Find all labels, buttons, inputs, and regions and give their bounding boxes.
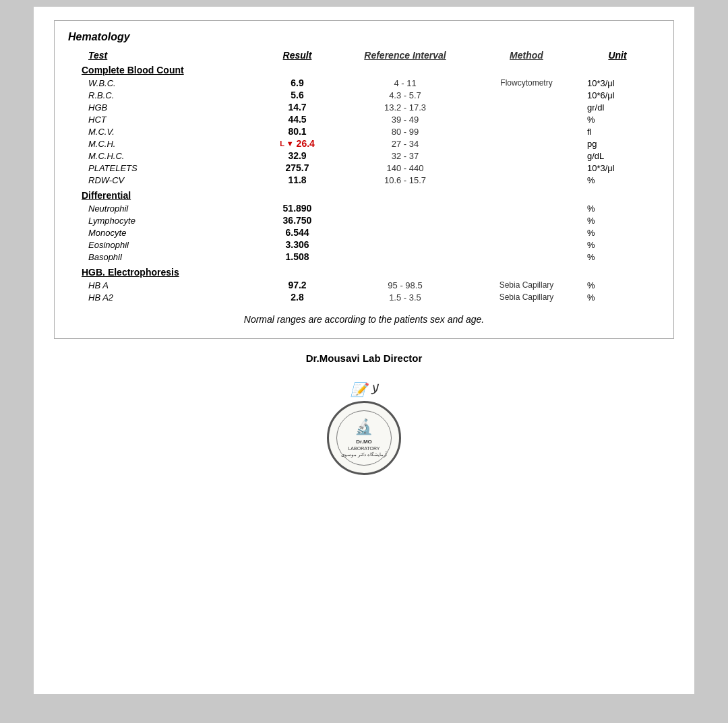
- stamp-text-persian: آزمایشگاه دکتر موسوی: [341, 451, 387, 458]
- test-name: HGB: [68, 102, 257, 113]
- test-result: 6.544: [257, 227, 338, 238]
- result-value: 1.508: [285, 251, 309, 262]
- reference-range: 27 - 34: [338, 139, 473, 149]
- test-unit: %: [580, 216, 648, 226]
- test-name: Basophil: [68, 252, 257, 262]
- table-body: Complete Blood CountW.B.C.6.94 - 11Flowc…: [68, 65, 660, 303]
- test-result: 3.306: [257, 239, 338, 250]
- director-section: Dr.Mousavi Lab Director 📝 ﻻ 🔬 Dr.MO LABO…: [54, 352, 674, 475]
- flag-indicator: L ▼: [280, 139, 293, 148]
- result-value: 275.7: [285, 162, 309, 173]
- stamp-text-dr: Dr.MO: [341, 439, 387, 445]
- test-unit: %: [580, 240, 648, 250]
- page-container: Hematology Test Result Reference Interva…: [34, 7, 694, 694]
- table-header: Test Result Reference Interval Method Un…: [68, 50, 660, 61]
- result-value: 80.1: [288, 126, 306, 137]
- table-row: HB A22.81.5 - 3.5Sebia Capillary%: [68, 291, 660, 303]
- test-result: L ▼ 26.4: [257, 138, 338, 149]
- reference-range: 39 - 49: [338, 115, 473, 125]
- table-row: W.B.C.6.94 - 11Flowcytometry10*3/μl: [68, 77, 660, 89]
- header-test: Test: [68, 50, 257, 61]
- table-row: Monocyte6.544%: [68, 226, 660, 239]
- reference-range: 4.3 - 5.7: [338, 90, 473, 100]
- reference-range: 13.2 - 17.3: [338, 102, 473, 113]
- test-name: Lymphocyte: [68, 216, 257, 226]
- test-result: 36.750: [257, 215, 338, 226]
- signature-area: 📝 ﻻ: [324, 371, 404, 398]
- result-value: 2.8: [291, 292, 303, 303]
- test-method: Sebia Capillary: [473, 292, 580, 302]
- result-value: 26.4: [297, 138, 315, 149]
- result-value: 97.2: [288, 280, 306, 290]
- table-row: M.C.V.80.180 - 99fl: [68, 125, 660, 137]
- microscope-icon: 🔬: [341, 418, 387, 437]
- test-method: Sebia Capillary: [473, 280, 580, 290]
- test-unit: %: [580, 175, 648, 185]
- test-name: M.C.H.C.: [68, 151, 257, 161]
- result-value: 51.890: [283, 203, 312, 214]
- test-result: 51.890: [257, 203, 338, 214]
- test-result: 5.6: [257, 90, 338, 100]
- result-value: 6.9: [291, 77, 303, 88]
- table-row: M.C.H.L ▼ 26.427 - 34pg: [68, 137, 660, 150]
- test-name: Neutrophil: [68, 203, 257, 214]
- director-name: Dr.Mousavi Lab Director: [54, 352, 674, 364]
- test-unit: fl: [580, 127, 648, 137]
- test-name: W.B.C.: [68, 78, 257, 88]
- test-unit: 10*3/μl: [580, 78, 648, 88]
- result-value: 44.5: [288, 114, 306, 125]
- test-unit: 10*6/μl: [580, 90, 648, 100]
- result-value: 36.750: [283, 215, 312, 226]
- test-unit: %: [580, 252, 648, 262]
- table-row: RDW-CV11.810.6 - 15.7%: [68, 174, 660, 186]
- test-unit: %: [580, 292, 648, 303]
- reference-range: 140 - 440: [338, 163, 473, 173]
- table-row: HGB14.713.2 - 17.3gr/dl: [68, 101, 660, 113]
- test-result: 2.8: [257, 292, 338, 303]
- test-result: 44.5: [257, 114, 338, 125]
- test-result: 6.9: [257, 77, 338, 88]
- test-name: HB A2: [68, 292, 257, 303]
- table-row: Lymphocyte36.750%: [68, 214, 660, 226]
- test-unit: g/dL: [580, 151, 648, 161]
- test-unit: 10*3/μl: [580, 163, 648, 173]
- table-row: PLATELETS275.7140 - 44010*3/μl: [68, 162, 660, 174]
- signature: 📝 ﻻ: [351, 381, 377, 398]
- test-name: R.B.C.: [68, 90, 257, 100]
- test-result: 275.7: [257, 162, 338, 173]
- test-result: 11.8: [257, 175, 338, 185]
- test-result: 14.7: [257, 102, 338, 113]
- reference-range: 80 - 99: [338, 127, 473, 137]
- reference-range: 4 - 11: [338, 78, 473, 88]
- stamp-inner: 🔬 Dr.MO LABORATORY آزمایشگاه دکتر موسوی: [341, 418, 387, 458]
- test-method: Flowcytometry: [473, 78, 580, 88]
- test-name: M.C.H.: [68, 139, 257, 149]
- test-unit: %: [580, 203, 648, 214]
- test-unit: %: [580, 228, 648, 238]
- test-name: Monocyte: [68, 228, 257, 238]
- result-value: 5.6: [291, 90, 303, 100]
- test-unit: %: [580, 115, 648, 125]
- normal-note: Normal ranges are according to the patie…: [68, 314, 660, 325]
- stamp-text-lab: LABORATORY: [341, 445, 387, 451]
- header-result: Result: [257, 50, 338, 61]
- result-value: 32.9: [288, 150, 306, 161]
- header-ref: Reference Interval: [338, 50, 473, 61]
- table-row: Eosinophil3.306%: [68, 239, 660, 251]
- test-unit: gr/dl: [580, 102, 648, 113]
- subsection-label: HGB. Electrophoresis: [82, 267, 660, 278]
- stamp-circle: 🔬 Dr.MO LABORATORY آزمایشگاه دکتر موسوی: [327, 401, 401, 475]
- result-value: 14.7: [288, 102, 306, 113]
- result-value: 3.306: [285, 239, 309, 250]
- test-result: 32.9: [257, 150, 338, 161]
- subsection-label: Complete Blood Count: [82, 65, 660, 75]
- test-result: 80.1: [257, 126, 338, 137]
- table-row: R.B.C.5.64.3 - 5.710*6/μl: [68, 89, 660, 101]
- result-value: 6.544: [285, 227, 309, 238]
- test-unit: pg: [580, 139, 648, 149]
- test-name: RDW-CV: [68, 175, 257, 185]
- reference-range: 1.5 - 3.5: [338, 292, 473, 303]
- section-title: Hematology: [68, 31, 660, 43]
- table-row: Basophil1.508%: [68, 251, 660, 263]
- result-value: 11.8: [288, 175, 306, 185]
